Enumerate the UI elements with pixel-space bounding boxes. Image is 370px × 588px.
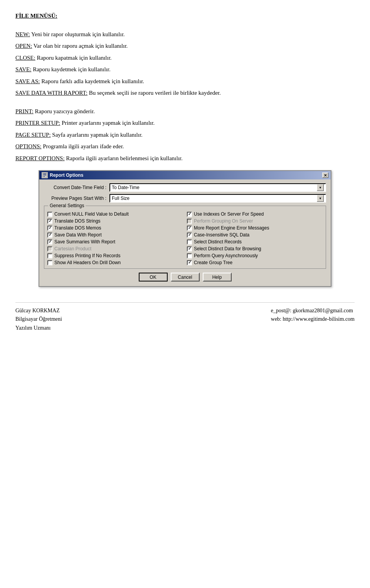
help-button[interactable]: Help <box>203 273 232 281</box>
ok-button[interactable]: OK <box>139 273 168 281</box>
dialog-wrapper: Report Options ✕ Convert Date-Time Field… <box>15 170 355 287</box>
footer-left: Gülcay KORKMAZ Bilgisayar Öğretmeni Yazı… <box>15 307 62 332</box>
preview-pages-arrow: ▼ <box>317 195 324 202</box>
convert-datetime-arrow: ▼ <box>317 184 324 191</box>
paragraph-page-setup: PAGE SETUP: Sayfa ayarlarını yapmak için… <box>15 131 355 139</box>
checkbox-translate-dos-strings-label: Translate DOS Strings <box>54 218 101 224</box>
checkbox-show-all-headers-label: Show All Headers On Drill Down <box>54 260 121 265</box>
checkbox-select-distinct-records-box[interactable] <box>187 240 192 245</box>
checkbox-select-distinct-browsing-box[interactable] <box>187 246 192 251</box>
checkbox-more-report-engine-label: More Report Engine Error Messages <box>194 225 269 231</box>
page-content: FİLE MENÜSÜ: NEW: Yeni bir rapor oluştur… <box>15 12 355 332</box>
convert-datetime-row: Convert Date-Time Field : To Date-Time ▼ <box>44 183 326 192</box>
paragraph-options: OPTIONS: Programla ilgili ayarları ifade… <box>15 142 355 151</box>
checkbox-suppress-printing: Suppress Printing If No Records <box>47 253 183 258</box>
checkbox-convert-null-box[interactable] <box>47 212 52 217</box>
checkbox-save-summaries-box[interactable] <box>47 240 52 245</box>
paragraph-save: SAVE: Raporu kaydetmek için kullanılır. <box>15 65 355 74</box>
checkbox-save-data-with-report-label: Save Data With Report <box>54 232 102 238</box>
checkbox-select-distinct-records-label: Select Distinct Records <box>194 239 242 245</box>
checkbox-convert-null-label: Convert NULL Field Value to Default <box>54 211 129 217</box>
paragraph-save-data: SAVE DATA WITH RAPORT: Bu seçenek seçili… <box>15 89 355 97</box>
dialog-buttons: OK Cancel Help <box>44 273 326 281</box>
checkbox-convert-null: Convert NULL Field Value to Default <box>47 211 183 217</box>
footer-title: Bilgisayar Öğretmeni <box>15 315 62 323</box>
svg-rect-2 <box>43 175 46 176</box>
checkbox-suppress-printing-box[interactable] <box>47 253 52 258</box>
footer-email: e_post@: gkorkmaz2801@gmail.com <box>271 307 355 315</box>
checkbox-perform-query: Perform Query Asynchronously <box>187 253 323 258</box>
cancel-button[interactable]: Cancel <box>171 273 200 281</box>
convert-datetime-select[interactable]: To Date-Time ▼ <box>109 183 326 192</box>
checkbox-select-distinct-browsing-label: Select Distinct Data for Browsing <box>194 246 261 251</box>
checkbox-translate-dos-memos-box[interactable] <box>47 226 52 231</box>
checkbox-col-right: Use Indexes Or Server For Speed Perform … <box>187 211 323 265</box>
paragraph-print: PRINT: Raporu yazıcıya gönderir. <box>15 107 355 116</box>
checkbox-translate-dos-memos: Translate DOS Memos <box>47 225 183 231</box>
paragraph-close: CLOSE: Raporu kapatmak için kullanılır. <box>15 54 355 62</box>
checkbox-use-indexes: Use Indexes Or Server For Speed <box>187 211 323 217</box>
dialog-icon <box>42 172 48 178</box>
checkbox-case-insensitive: Case-Insensitive SQL Data <box>187 232 323 238</box>
checkbox-more-report-engine: More Report Engine Error Messages <box>187 225 323 231</box>
footer: Gülcay KORKMAZ Bilgisayar Öğretmeni Yazı… <box>15 302 355 332</box>
dialog-close-button[interactable]: ✕ <box>322 173 328 178</box>
checkbox-grid: Convert NULL Field Value to Default Tran… <box>47 211 323 265</box>
general-settings-groupbox: General Settings Convert NULL Field Valu… <box>44 206 326 269</box>
preview-pages-row: Preview Pages Start With : Full Size ▼ <box>44 194 326 203</box>
checkbox-select-distinct-records: Select Distinct Records <box>187 239 323 245</box>
checkbox-perform-grouping: Perform Grouping On Server <box>187 218 323 224</box>
titlebar-left: Report Options <box>42 172 83 178</box>
page-title: FİLE MENÜSÜ: <box>15 12 355 20</box>
checkbox-save-summaries-label: Save Summaries With Report <box>54 239 115 245</box>
checkbox-use-indexes-box[interactable] <box>187 212 192 217</box>
checkbox-cartesian: Cartesian Product <box>47 246 183 251</box>
preview-pages-label: Preview Pages Start With : <box>44 196 109 201</box>
checkbox-save-data-with-report-box[interactable] <box>47 233 52 238</box>
footer-web: web: http://www.egitimde-bilisim.com <box>271 315 355 323</box>
paragraph-printer-setup: PRINTER SETUP: Printer ayarlarını yapmak… <box>15 119 355 127</box>
paragraph-new: NEW: Yeni bir rapor oluşturmak için kull… <box>15 30 355 39</box>
checkbox-perform-query-box[interactable] <box>187 253 192 258</box>
dialog-titlebar: Report Options ✕ <box>39 171 331 179</box>
footer-role: Yazılım Uzmanı <box>15 324 62 332</box>
checkbox-save-summaries: Save Summaries With Report <box>47 239 183 245</box>
checkbox-perform-query-label: Perform Query Asynchronously <box>194 253 258 258</box>
checkbox-translate-dos-strings-box[interactable] <box>47 219 52 224</box>
checkbox-translate-dos-strings: Translate DOS Strings <box>47 218 183 224</box>
checkbox-translate-dos-memos-label: Translate DOS Memos <box>54 225 101 231</box>
checkbox-case-insensitive-box[interactable] <box>187 233 192 238</box>
checkbox-create-group-tree-box[interactable] <box>187 260 192 265</box>
checkbox-use-indexes-label: Use Indexes Or Server For Speed <box>194 211 264 217</box>
convert-datetime-label: Convert Date-Time Field : <box>44 185 109 190</box>
paragraph-report-options: REPORT OPTIONS: Raporla ilgili ayarların… <box>15 154 355 163</box>
paragraph-open: OPEN: Var olan bir raporu açmak için kul… <box>15 42 355 50</box>
checkbox-suppress-printing-label: Suppress Printing If No Records <box>54 253 120 258</box>
svg-rect-3 <box>43 176 45 177</box>
checkbox-col-left: Convert NULL Field Value to Default Tran… <box>47 211 183 265</box>
checkbox-cartesian-label: Cartesian Product <box>54 246 91 251</box>
checkbox-more-report-engine-box[interactable] <box>187 226 192 231</box>
svg-rect-1 <box>43 174 46 174</box>
checkbox-cartesian-box <box>47 246 52 251</box>
groupbox-legend: General Settings <box>48 203 86 208</box>
checkbox-case-insensitive-label: Case-Insensitive SQL Data <box>194 232 249 238</box>
checkbox-create-group-tree-label: Create Group Tree <box>194 260 232 265</box>
paragraph-save-as: SAVE AS: Raporu farklı adla kaydetmek iç… <box>15 77 355 86</box>
footer-name: Gülcay KORKMAZ <box>15 307 62 315</box>
checkbox-perform-grouping-box <box>187 219 192 224</box>
checkbox-show-all-headers: Show All Headers On Drill Down <box>47 260 183 265</box>
checkbox-create-group-tree: Create Group Tree <box>187 260 323 265</box>
preview-pages-select[interactable]: Full Size ▼ <box>109 194 326 203</box>
checkbox-save-data-with-report: Save Data With Report <box>47 232 183 238</box>
checkbox-select-distinct-browsing: Select Distinct Data for Browsing <box>187 246 323 251</box>
footer-right: e_post@: gkorkmaz2801@gmail.com web: htt… <box>271 307 355 332</box>
dialog-body: Convert Date-Time Field : To Date-Time ▼… <box>39 179 331 286</box>
checkbox-show-all-headers-box[interactable] <box>47 260 52 265</box>
dialog-title: Report Options <box>50 173 83 178</box>
checkbox-perform-grouping-label: Perform Grouping On Server <box>194 218 253 224</box>
report-options-dialog: Report Options ✕ Convert Date-Time Field… <box>39 170 331 287</box>
